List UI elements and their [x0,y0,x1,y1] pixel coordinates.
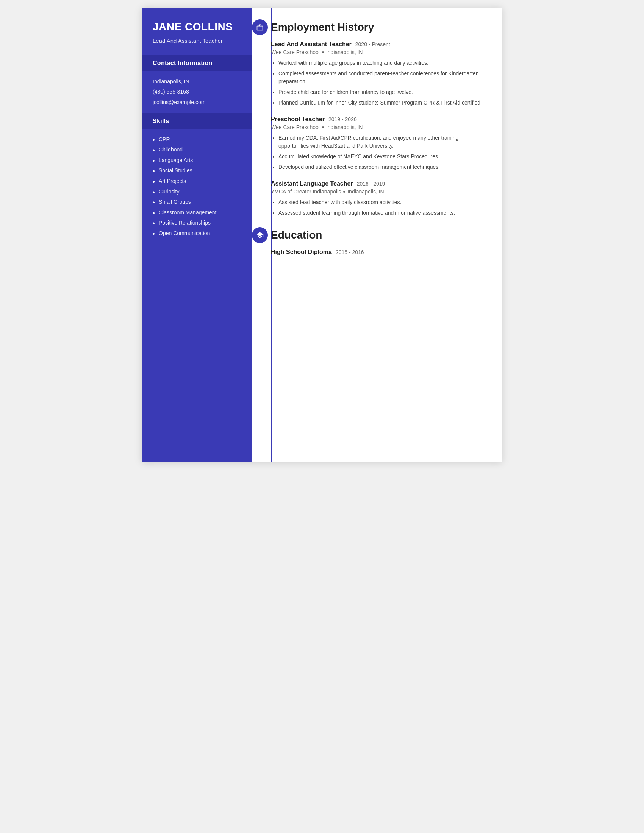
job-years: 2016 - 2019 [357,181,385,187]
contact-section-header: Contact Information [142,55,252,71]
edu-years: 2016 - 2016 [336,249,364,255]
job-years: 2019 - 2020 [328,116,357,122]
job-title-row: Lead And Assistant Teacher 2020 - Presen… [271,41,487,48]
candidate-name: JANE COLLINS [153,21,242,33]
skill-item: Social Studies [153,167,242,175]
skill-item: Small Groups [153,198,242,206]
contact-city: Indianapolis, IN [153,78,242,85]
edu-block: High School Diploma 2016 - 2016 [271,249,487,256]
employment-heading: Employment History [271,21,374,33]
education-section: Education High School Diploma 2016 - 201… [271,229,487,256]
job-bullet: Provide child care for children from inf… [279,88,487,96]
edu-degree: High School Diploma [271,249,332,256]
jobs-container: Lead And Assistant Teacher 2020 - Presen… [271,41,487,217]
sidebar-header: JANE COLLINS Lead And Assistant Teacher [142,8,252,55]
job-title-row: Preschool Teacher 2019 - 2020 [271,116,487,123]
skills-section: Skills CPRChildhoodLanguage ArtsSocial S… [142,113,252,244]
education-title-row: Education [271,229,487,241]
employment-section: Employment History Lead And Assistant Te… [271,21,487,217]
skill-item: CPR [153,136,242,143]
education-heading: Education [271,229,322,241]
dot-separator [322,51,324,53]
job-location-row: YMCA of Greater Indianapolis Indianapoli… [271,188,487,195]
skill-item: Positive Relationships [153,219,242,227]
job-title-row: Assistant Language Teacher 2016 - 2019 [271,180,487,187]
job-block: Lead And Assistant Teacher 2020 - Presen… [271,41,487,107]
job-company: Wee Care Preschool [271,124,320,130]
job-title: Preschool Teacher [271,116,325,123]
briefcase-icon [252,19,268,35]
job-bullet: Assisted lead teacher with daily classro… [279,198,487,206]
job-block: Preschool Teacher 2019 - 2020 Wee Care P… [271,116,487,171]
skill-item: Classroom Management [153,209,242,217]
job-company: Wee Care Preschool [271,49,320,55]
dot-separator [343,191,345,193]
job-title: Assistant Language Teacher [271,180,353,187]
employment-title-row: Employment History [271,21,487,33]
education-container: High School Diploma 2016 - 2016 [271,249,487,256]
job-bullet: Worked with multiple age groups in teach… [279,59,487,67]
edu-title-row: High School Diploma 2016 - 2016 [271,249,487,256]
job-bullets: Earned my CDA, First Aid/CPR certificati… [271,134,487,171]
contact-section: Contact Information Indianapolis, IN (48… [142,55,252,113]
job-location: Indianapolis, IN [326,49,363,55]
job-location: Indianapolis, IN [348,188,384,195]
dot-separator [322,127,324,129]
skill-item: Language Arts [153,157,242,164]
sidebar: JANE COLLINS Lead And Assistant Teacher … [142,8,252,462]
contact-email: jcollins@example.com [153,99,242,106]
skill-item: Childhood [153,146,242,154]
job-company: YMCA of Greater Indianapolis [271,188,341,195]
job-bullet: Accumulated knowledge of NAEYC and Keyst… [279,153,487,161]
job-title: Lead And Assistant Teacher [271,41,351,48]
job-location: Indianapolis, IN [326,124,363,130]
job-block: Assistant Language Teacher 2016 - 2019 Y… [271,180,487,217]
job-bullet: Developed and utilized effective classro… [279,163,487,171]
job-bullet: Earned my CDA, First Aid/CPR certificati… [279,134,487,150]
resume-container: JANE COLLINS Lead And Assistant Teacher … [142,8,502,462]
job-bullet: Completed assessments and conducted pare… [279,70,487,85]
contact-section-body: Indianapolis, IN (480) 555-3168 jcollins… [142,71,252,113]
graduation-icon [252,227,268,243]
skills-section-header: Skills [142,113,252,129]
job-years: 2020 - Present [355,41,390,47]
job-bullet: Planned Curriculum for Inner-City studen… [279,99,487,107]
job-location-row: Wee Care Preschool Indianapolis, IN [271,124,487,130]
skills-section-body: CPRChildhoodLanguage ArtsSocial StudiesA… [142,129,252,244]
skill-item: Open Communication [153,230,242,237]
candidate-title: Lead And Assistant Teacher [153,37,242,45]
skill-item: Art Projects [153,178,242,185]
job-bullet: Assessed student learning through format… [279,209,487,217]
job-location-row: Wee Care Preschool Indianapolis, IN [271,49,487,55]
job-bullets: Assisted lead teacher with daily classro… [271,198,487,217]
job-bullets: Worked with multiple age groups in teach… [271,59,487,107]
contact-phone: (480) 555-3168 [153,88,242,96]
main-content: Employment History Lead And Assistant Te… [252,8,502,462]
skill-item: Curiosity [153,188,242,196]
skills-list: CPRChildhoodLanguage ArtsSocial StudiesA… [153,136,242,237]
